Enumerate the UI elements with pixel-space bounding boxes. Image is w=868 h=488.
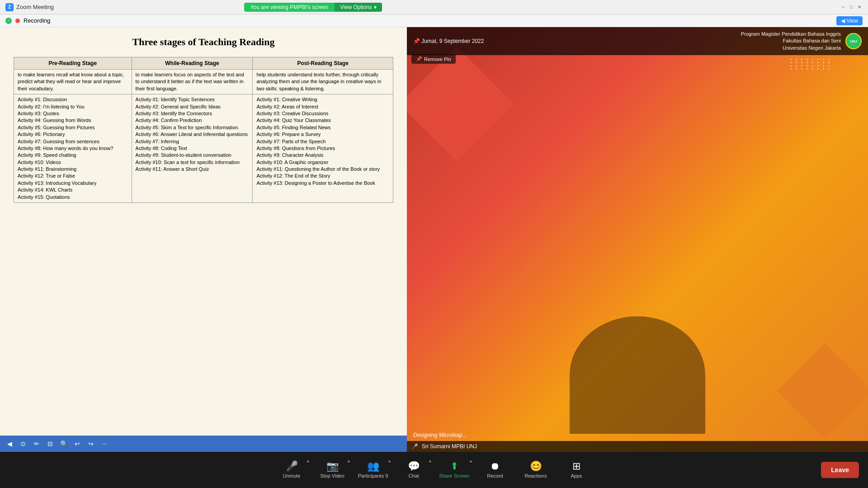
status-indicator: ✓ <box>5 18 12 24</box>
unmute-label: Unmute <box>283 473 301 479</box>
table-row-description: to make learners recall what know about … <box>14 70 393 94</box>
zoom-button[interactable]: 🔍 <box>59 439 69 449</box>
participant-name: Sri Sumarni MPBI UNJ <box>422 443 477 450</box>
recording-bar: ✓ Recording ◀ View <box>0 14 868 27</box>
remove-pin-button[interactable]: 📌 Remove Pin <box>411 54 456 64</box>
presenter-area <box>570 316 705 434</box>
nav-button[interactable]: ⊙ <box>18 439 28 449</box>
redo-button[interactable]: ↪ <box>86 439 96 449</box>
prev-slide-button[interactable]: ◀ <box>5 439 14 449</box>
zoom-logo-icon: Z <box>5 3 14 11</box>
camera-icon: 📷 <box>326 461 339 471</box>
undo-button[interactable]: ↩ <box>72 439 82 449</box>
apps-icon: ⊞ <box>572 461 580 471</box>
participants-button[interactable]: ▲ 👥 Participants 9 <box>353 454 393 486</box>
reading-stages-table: Pre-Reading Stage While-Reading Stage Po… <box>14 57 393 203</box>
leave-button[interactable]: Leave <box>821 462 859 478</box>
screen-share-banner: You are viewing PMPBI's screen View Opti… <box>244 3 382 12</box>
video-footer: 🎤 Sri Sumarni MPBI UNJ <box>407 441 868 452</box>
record-button[interactable]: ⏺ Record <box>475 454 515 486</box>
mic-toolbar-icon: 🎤 <box>286 461 298 471</box>
participants-icon: 👥 <box>367 461 379 471</box>
window-controls: ─ □ ✕ <box>840 4 863 10</box>
mic-icon: 🎤 <box>411 443 418 450</box>
maximize-button[interactable]: □ <box>848 4 854 10</box>
designing-text: Designing Microleap... <box>413 432 467 438</box>
program-info: Program Magister Pendidikan Bahasa Inggr… <box>741 31 841 52</box>
pen-tool-button[interactable]: ✏ <box>32 439 42 449</box>
while-reading-activities: Activity #1: Identify Topic Sentences Ac… <box>132 94 253 203</box>
more-button[interactable]: ··· <box>99 439 109 449</box>
video-panel: 📌 Jumat, 9 September 2022 Program Magist… <box>407 27 868 452</box>
view-button[interactable]: ◀ View <box>836 16 863 25</box>
apps-label: Apps <box>571 473 582 479</box>
chat-icon: 💬 <box>408 461 420 471</box>
unmute-button[interactable]: ▲ 🎤 Unmute <box>271 454 312 486</box>
stop-video-label: Stop Video <box>320 473 344 479</box>
main-content: Three stages of Teaching Reading Pre-Rea… <box>0 27 868 452</box>
post-reading-desc: help students understand texts further, … <box>253 70 393 94</box>
titlebar: Z Zoom Meeting You are viewing PMPBI's s… <box>0 0 868 14</box>
decorative-shape-2 <box>777 343 868 439</box>
video-date: 📌 Jumat, 9 September 2022 <box>413 38 484 44</box>
app-title: Zoom Meeting <box>16 4 54 10</box>
chat-arrow[interactable]: ▲ <box>428 459 432 463</box>
table-row-activities: Activity #1: Discussion Activity #2: I'm… <box>14 94 393 203</box>
table-header-pre: Pre-Reading Stage <box>14 57 132 70</box>
slide-toolbar: ◀ ⊙ ✏ ⊟ 🔍 ↩ ↪ ··· <box>0 436 407 452</box>
unmute-arrow[interactable]: ▲ <box>306 459 310 463</box>
close-button[interactable]: ✕ <box>856 4 863 10</box>
participants-arrow[interactable]: ▲ <box>387 459 392 463</box>
post-reading-activities: Activity #1: Creative Writing Activity #… <box>253 94 393 203</box>
presentation-area: Three stages of Teaching Reading Pre-Rea… <box>0 27 407 452</box>
share-screen-label: Share Screen <box>439 473 469 479</box>
table-header-post: Post-Reading Stage <box>253 57 393 70</box>
share-screen-icon: ⬆ <box>450 461 458 471</box>
recording-label: Recording <box>24 17 50 24</box>
stop-video-button[interactable]: ▲ 📷 Stop Video <box>312 454 353 486</box>
video-header: 📌 Jumat, 9 September 2022 Program Magist… <box>407 27 868 55</box>
pre-reading-activities: Activity #1: Discussion Activity #2: I'm… <box>14 94 132 203</box>
share-arrow[interactable]: ▲ <box>469 459 473 463</box>
minimize-button[interactable]: ─ <box>840 4 846 10</box>
crop-button[interactable]: ⊟ <box>45 439 55 449</box>
unj-logo: UNJ <box>845 33 862 49</box>
bottom-toolbar: ▲ 🎤 Unmute ▲ 📷 Stop Video ▲ 👥 Participan… <box>0 452 868 488</box>
chat-button[interactable]: ▲ 💬 Chat <box>393 454 434 486</box>
reactions-label: Reactions <box>525 473 547 479</box>
record-icon: ⏺ <box>490 461 500 471</box>
apps-button[interactable]: ⊞ Apps <box>556 454 597 486</box>
participants-label: Participants 9 <box>358 473 388 479</box>
video-header-right: Program Magister Pendidikan Bahasa Inggr… <box>741 31 862 52</box>
share-screen-button[interactable]: ▲ ⬆ Share Screen <box>434 454 475 486</box>
reactions-button[interactable]: 😊 Reactions <box>515 454 556 486</box>
chat-label: Chat <box>408 473 419 479</box>
slide-content: Three stages of Teaching Reading Pre-Rea… <box>0 27 407 436</box>
record-label: Record <box>487 473 503 479</box>
reactions-icon: 😊 <box>530 461 542 471</box>
while-reading-desc: to make learners focus on aspects of the… <box>132 70 253 94</box>
slide-title: Three stages of Teaching Reading <box>14 36 393 48</box>
view-options-button[interactable]: View Options ▾ <box>335 3 382 12</box>
participant-video: 📌 Jumat, 9 September 2022 Program Magist… <box>407 27 868 452</box>
video-arrow[interactable]: ▲ <box>347 459 351 463</box>
dots-pattern <box>790 59 832 70</box>
recording-dot <box>15 19 20 23</box>
app-logo: Z Zoom Meeting <box>5 3 54 11</box>
pre-reading-desc: to make learners recall what know about … <box>14 70 132 94</box>
viewing-badge: You are viewing PMPBI's screen <box>244 3 335 12</box>
table-header-while: While-Reading Stage <box>132 57 253 70</box>
